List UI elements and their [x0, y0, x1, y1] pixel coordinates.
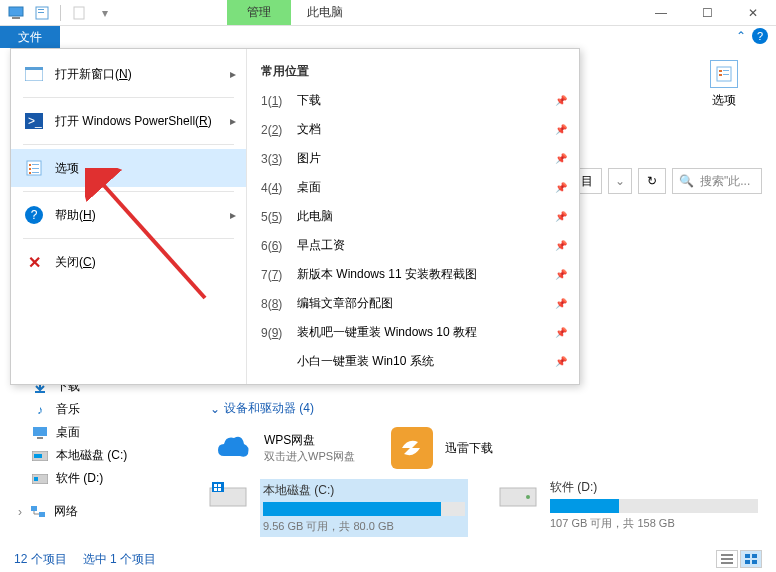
svg-rect-20 [29, 172, 31, 174]
svg-rect-37 [218, 488, 221, 491]
frequent-item[interactable]: 2(2)文档📌 [247, 115, 579, 144]
ribbon-tabs: 文件 ⌃ ? [0, 26, 776, 48]
manage-tab[interactable]: 管理 [227, 0, 291, 25]
frequent-num: 8(8) [261, 297, 287, 311]
svg-rect-25 [37, 437, 43, 439]
pin-icon[interactable]: 📌 [555, 95, 567, 106]
drive-c[interactable]: 本地磁盘 (C:) 9.56 GB 可用，共 80.0 GB [208, 479, 468, 537]
menu-help[interactable]: ? 帮助(H) ▸ [11, 196, 246, 234]
svg-rect-10 [723, 74, 729, 75]
svg-rect-40 [721, 554, 733, 556]
qat-thispc-icon[interactable] [4, 2, 28, 24]
svg-rect-18 [29, 168, 31, 170]
view-icons-button[interactable] [740, 550, 762, 568]
nav-desktop[interactable]: 桌面 [28, 421, 198, 444]
drive-wps[interactable]: WPS网盘双击进入WPS网盘 [212, 427, 355, 469]
help-icon[interactable]: ? [752, 28, 768, 44]
menu-help-label: 帮助(H) [55, 207, 96, 224]
search-input[interactable]: 🔍 搜索"此... [672, 168, 762, 194]
pin-icon[interactable]: 📌 [555, 124, 567, 135]
search-placeholder: 搜索"此... [700, 173, 750, 190]
options-menu-icon [25, 159, 43, 177]
menu-options[interactable]: 选项 [11, 149, 246, 187]
pin-icon[interactable]: 📌 [555, 211, 567, 222]
frequent-item[interactable]: 小白一键重装 Win10 系统📌 [247, 347, 579, 376]
menu-powershell[interactable]: >_ 打开 Windows PowerShell(R) ▸ [11, 102, 246, 140]
svg-rect-44 [752, 554, 757, 558]
section-devices[interactable]: ⌄设备和驱动器 (4) [210, 400, 762, 417]
svg-rect-35 [218, 484, 221, 487]
quick-access-toolbar: ▾ [0, 2, 117, 24]
nav-music[interactable]: ♪音乐 [28, 398, 198, 421]
nav-cdisk[interactable]: 本地磁盘 (C:) [28, 444, 198, 467]
music-icon: ♪ [32, 402, 48, 418]
collapse-icon: ⌄ [210, 402, 220, 416]
svg-rect-30 [31, 506, 37, 511]
svg-rect-41 [721, 558, 733, 560]
window-controls: ― ☐ ✕ [638, 0, 776, 26]
pin-icon[interactable]: 📌 [555, 240, 567, 251]
frequent-item[interactable]: 5(5)此电脑📌 [247, 202, 579, 231]
svg-rect-16 [29, 164, 31, 166]
svg-rect-19 [32, 168, 39, 169]
drive-d-bar [550, 499, 758, 513]
wps-cloud-icon [212, 428, 252, 468]
frequent-num: 4(4) [261, 181, 287, 195]
frequent-label: 早点工资 [297, 237, 345, 254]
svg-rect-43 [745, 554, 750, 558]
svg-rect-34 [214, 484, 217, 487]
svg-text:>_: >_ [28, 114, 42, 128]
menu-close[interactable]: ✕ 关闭(C) [11, 243, 246, 281]
frequent-num: 1(1) [261, 94, 287, 108]
svg-rect-42 [721, 562, 733, 564]
svg-rect-4 [38, 12, 44, 13]
frequent-item[interactable]: 7(7)新版本 Windows 11 安装教程截图📌 [247, 260, 579, 289]
qat-doc-icon[interactable] [67, 2, 91, 24]
frequent-label: 编辑文章部分配图 [297, 295, 393, 312]
drive-xunlei[interactable]: 迅雷下载 [391, 427, 493, 469]
frequent-label: 小白一键重装 Win10 系统 [297, 353, 434, 370]
pin-icon[interactable]: 📌 [555, 327, 567, 338]
frequent-item[interactable]: 6(6)早点工资📌 [247, 231, 579, 260]
menu-powershell-label: 打开 Windows PowerShell(R) [55, 113, 212, 130]
nav-ddisk[interactable]: 软件 (D:) [28, 467, 198, 490]
menu-new-window[interactable]: 打开新窗口(N) ▸ [11, 55, 246, 93]
close-window-button[interactable]: ✕ [730, 0, 776, 26]
close-menu-icon: ✕ [25, 253, 43, 271]
minimize-button[interactable]: ― [638, 0, 684, 26]
menu-options-label: 选项 [55, 160, 79, 177]
view-details-button[interactable] [716, 550, 738, 568]
pin-icon[interactable]: 📌 [555, 182, 567, 193]
file-tab[interactable]: 文件 [0, 26, 60, 48]
desktop-icon [32, 425, 48, 441]
frequent-label: 此电脑 [297, 208, 333, 225]
pin-icon[interactable]: 📌 [555, 269, 567, 280]
pin-icon[interactable]: 📌 [555, 356, 567, 367]
drive-d[interactable]: 软件 (D:) 107 GB 可用，共 158 GB [498, 479, 758, 537]
maximize-button[interactable]: ☐ [684, 0, 730, 26]
frequent-num: 9(9) [261, 326, 287, 340]
expand-icon[interactable]: › [18, 505, 22, 519]
address-dropdown[interactable]: ⌄ [608, 168, 632, 194]
frequent-num: 3(3) [261, 152, 287, 166]
frequent-item[interactable]: 9(9)装机吧一键重装 Windows 10 教程📌 [247, 318, 579, 347]
frequent-item[interactable]: 1(1)下载📌 [247, 86, 579, 115]
nav-network[interactable]: ›网络 [14, 500, 198, 523]
ribbon-options-button[interactable]: 选项 [700, 60, 748, 109]
svg-rect-38 [500, 488, 536, 506]
ribbon-collapse-icon[interactable]: ⌃ [736, 29, 746, 43]
qat-properties-icon[interactable] [30, 2, 54, 24]
frequent-num: 5(5) [261, 210, 287, 224]
svg-rect-3 [38, 9, 44, 10]
pin-icon[interactable]: 📌 [555, 153, 567, 164]
pin-icon[interactable]: 📌 [555, 298, 567, 309]
refresh-button[interactable]: ↻ [638, 168, 666, 194]
frequent-item[interactable]: 4(4)桌面📌 [247, 173, 579, 202]
options-icon [710, 60, 738, 88]
frequent-item[interactable]: 8(8)编辑文章部分配图📌 [247, 289, 579, 318]
drive-c-bar [263, 502, 465, 516]
drive-wps-sub: 双击进入WPS网盘 [264, 449, 355, 464]
svg-rect-29 [34, 477, 38, 481]
qat-dropdown-icon[interactable]: ▾ [93, 2, 117, 24]
frequent-item[interactable]: 3(3)图片📌 [247, 144, 579, 173]
